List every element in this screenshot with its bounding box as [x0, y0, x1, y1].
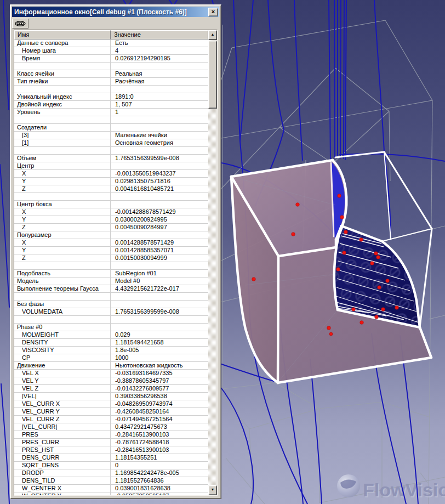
table-row[interactable]: [1]Основная геометрия [14, 139, 208, 147]
table-row[interactable]: Уровень1 [14, 109, 208, 116]
table-row[interactable] [14, 316, 208, 324]
table-row[interactable]: ПодобластьSubRegion #01 [14, 270, 208, 278]
row-value [111, 193, 208, 200]
table-row[interactable]: X0.0014288578571429 [14, 239, 208, 247]
row-value: 0.0041616810485721 [111, 185, 208, 192]
table-row[interactable]: Класс ячейкиРеальная [14, 70, 208, 78]
row-name: Данные с солвера [14, 39, 111, 47]
table-row[interactable]: Phase #0 [14, 324, 208, 331]
table-row[interactable]: ДвижениеНьютоновская жидкость [14, 362, 208, 370]
table-row[interactable]: W_CENTER Y-0.65857050565127 [14, 492, 208, 495]
row-value [111, 316, 208, 323]
table-row[interactable]: VEL Y-0.38878605345797 [14, 377, 208, 385]
scrollbar-track[interactable] [208, 109, 217, 485]
row-value [111, 293, 208, 300]
titlebar[interactable]: Информационное окно[Cell debug #1 (Плоск… [12, 7, 219, 17]
table-row[interactable]: Z0.0041616810485721 [14, 185, 208, 193]
vertical-scrollbar[interactable]: ▲ ▼ [208, 30, 217, 495]
column-header-value[interactable]: Значение [111, 30, 208, 39]
table-row[interactable]: VEL_CURR Z-0.071494567251564 [14, 416, 208, 423]
table-row[interactable] [14, 147, 208, 155]
table-row[interactable]: W_CENTER X0.039001831628638 [14, 485, 208, 492]
table-row[interactable]: CP1000 [14, 354, 208, 362]
table-row[interactable]: Z0.00450090284997 [14, 224, 208, 231]
row-value: 1, 507 [111, 101, 208, 108]
close-button[interactable]: × [208, 8, 218, 16]
table-row[interactable]: Тип ячейкиРасчётная [14, 78, 208, 86]
table-row[interactable]: DENS_TILD1.1815527664836 [14, 477, 208, 485]
table-row[interactable]: SQRT_DENS0 [14, 462, 208, 469]
row-name: Модель [14, 278, 111, 285]
table-row[interactable]: Номер шага4 [14, 47, 208, 55]
table-row[interactable]: Выполнение теоремы Гаусса4.4329215621722… [14, 285, 208, 293]
row-value: 1.1698542242478e-005 [111, 469, 208, 477]
table-row[interactable]: Без фазы [14, 301, 208, 308]
table-row[interactable] [14, 116, 208, 124]
table-row[interactable]: MOLWEIGHT0.029 [14, 331, 208, 339]
row-name: VOLUMEDATA [14, 308, 111, 315]
chevron-down-icon: ▼ [211, 488, 215, 491]
table-row[interactable]: VEL Z-0.01432276809577 [14, 385, 208, 393]
column-header-name[interactable]: Имя [14, 30, 111, 39]
scroll-down-button[interactable]: ▼ [208, 485, 217, 495]
row-value [111, 147, 208, 154]
table-row[interactable]: X-0.0013550519943237 [14, 170, 208, 178]
table-row[interactable] [14, 293, 208, 301]
row-value [111, 324, 208, 331]
table-row[interactable]: |VEL|0.39033856296538 [14, 393, 208, 400]
table-row[interactable]: Время0.026912194290195 [14, 55, 208, 63]
row-value: -0.65857050565127 [111, 492, 208, 495]
table-row[interactable]: Данные с солвераЕсть [14, 39, 208, 47]
table-row[interactable]: Y0.03000200924995 [14, 216, 208, 224]
row-name [14, 147, 111, 154]
table-row[interactable]: DRODP1.1698542242478e-005 [14, 469, 208, 477]
table-row[interactable]: Центр [14, 162, 208, 170]
row-value: -0.42608458250164 [111, 408, 208, 415]
row-name: Z [14, 254, 111, 262]
table-row[interactable]: Объём1.7653156399599e-008 [14, 155, 208, 162]
table-row[interactable]: Y0.0014288585357071 [14, 247, 208, 254]
scroll-up-button[interactable]: ▲ [208, 30, 217, 40]
row-value: 4.4329215621722e-017 [111, 285, 208, 292]
table-row[interactable]: DENS_CURR1.18154355251 [14, 454, 208, 462]
row-name [14, 262, 111, 269]
table-row[interactable]: Создатели [14, 124, 208, 132]
row-name [14, 86, 111, 93]
table-row[interactable]: VEL_CURR X-0.048269509743974 [14, 400, 208, 408]
row-name: Движение [14, 362, 111, 369]
table-row[interactable] [14, 262, 208, 270]
row-name: SQRT_DENS [14, 462, 111, 469]
row-name: |VEL| [14, 393, 111, 400]
row-name: Y [14, 178, 111, 185]
row-name: Центр бокса [14, 201, 111, 208]
table-row[interactable]: DENSITY1.1815494421658 [14, 339, 208, 347]
scrollbar-thumb[interactable] [208, 41, 217, 109]
row-value: -0.01432276809577 [111, 385, 208, 392]
info-window[interactable]: Информационное окно[Cell debug #1 (Плоск… [10, 4, 221, 499]
row-value [111, 162, 208, 169]
table-row[interactable] [14, 63, 208, 70]
table-row[interactable]: PRES-0.28416513900103 [14, 431, 208, 439]
table-row[interactable]: |VEL_CURR|0.43472921475673 [14, 423, 208, 431]
row-value: -0.78761724588418 [111, 439, 208, 446]
table-row[interactable]: VEL X-0.031693164697335 [14, 370, 208, 377]
table-row[interactable]: Уникальный индекс1891:0 [14, 93, 208, 101]
table-row[interactable] [14, 193, 208, 201]
table-row[interactable]: PRES_HST-0.28416513900103 [14, 446, 208, 454]
table-row[interactable]: Полуразмер [14, 231, 208, 239]
table-row[interactable]: [3]Маленькие ячейки [14, 132, 208, 139]
show-cell-button[interactable] [12, 19, 28, 29]
table-row[interactable] [14, 86, 208, 93]
table-row[interactable]: VEL_CURR Y-0.42608458250164 [14, 408, 208, 416]
row-name: Тип ячейки [14, 78, 111, 85]
table-row[interactable]: Z0.00150030094999 [14, 254, 208, 262]
table-row[interactable]: VISCOSITY1.8e-005 [14, 347, 208, 354]
table-row[interactable]: Двойной индекс1, 507 [14, 101, 208, 109]
table-row[interactable]: Центр бокса [14, 201, 208, 208]
table-row[interactable]: МодельModel #0 [14, 278, 208, 285]
table-row[interactable]: Y0.029813507571816 [14, 178, 208, 185]
row-value: -0.28416513900103 [111, 431, 208, 438]
table-row[interactable]: X-0.0014288678571429 [14, 208, 208, 216]
table-row[interactable]: PRES_CURR-0.78761724588418 [14, 439, 208, 446]
table-row[interactable]: VOLUMEDATA1.7653156399599e-008 [14, 308, 208, 316]
